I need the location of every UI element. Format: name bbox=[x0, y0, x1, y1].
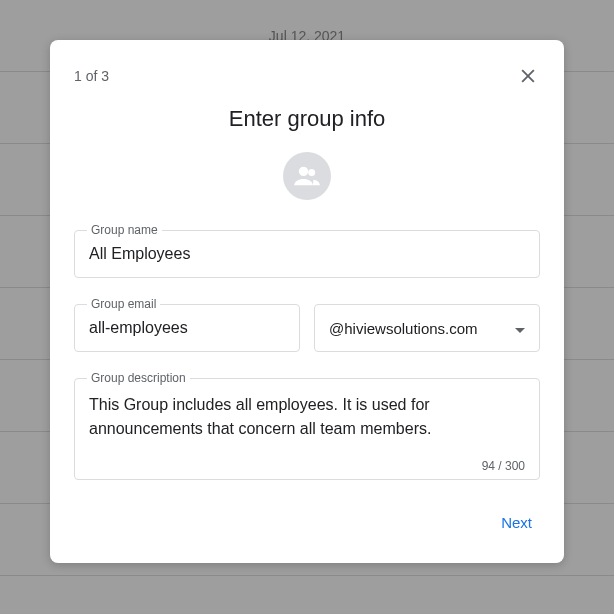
domain-value: @hiviewsolutions.com bbox=[329, 320, 478, 337]
group-description-input[interactable] bbox=[89, 393, 525, 451]
group-avatar-wrapper bbox=[74, 152, 540, 200]
group-email-row: Group email @hiviewsolutions.com bbox=[74, 304, 540, 352]
chevron-down-icon bbox=[515, 320, 525, 337]
svg-point-2 bbox=[299, 167, 308, 176]
step-indicator: 1 of 3 bbox=[74, 68, 109, 84]
char-counter: 94 / 300 bbox=[89, 459, 525, 473]
svg-point-3 bbox=[308, 169, 315, 176]
modal-title: Enter group info bbox=[74, 106, 540, 132]
group-avatar bbox=[283, 152, 331, 200]
group-email-field[interactable]: Group email bbox=[74, 304, 300, 352]
modal-header: 1 of 3 bbox=[74, 64, 540, 88]
close-icon bbox=[518, 66, 538, 86]
group-email-label: Group email bbox=[87, 297, 160, 311]
group-email-input[interactable] bbox=[89, 319, 285, 337]
modal-footer: Next bbox=[74, 506, 540, 539]
domain-select[interactable]: @hiviewsolutions.com bbox=[314, 304, 540, 352]
next-button[interactable]: Next bbox=[493, 506, 540, 539]
group-name-input[interactable] bbox=[89, 245, 525, 263]
group-name-field[interactable]: Group name bbox=[74, 230, 540, 278]
close-button[interactable] bbox=[516, 64, 540, 88]
group-name-label: Group name bbox=[87, 223, 162, 237]
people-icon bbox=[293, 162, 321, 190]
create-group-modal: 1 of 3 Enter group info Group name Group… bbox=[50, 40, 564, 563]
group-description-label: Group description bbox=[87, 371, 190, 385]
group-description-field[interactable]: Group description 94 / 300 bbox=[74, 378, 540, 480]
